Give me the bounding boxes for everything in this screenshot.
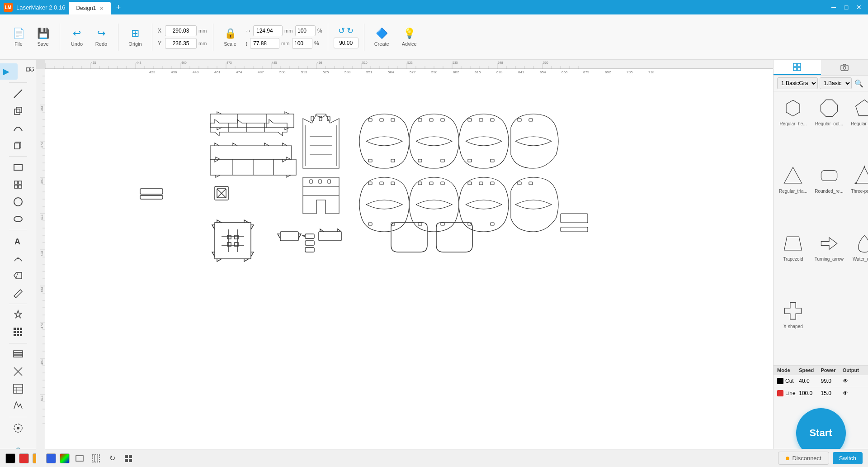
eraser-tool[interactable] bbox=[7, 267, 29, 284]
svg-text:473: 473 bbox=[40, 323, 43, 329]
select-tool[interactable]: ▶ bbox=[0, 63, 18, 80]
canvas-container[interactable]: 435448460473485498510523535548560 353373… bbox=[36, 60, 773, 467]
svg-point-263 bbox=[843, 67, 846, 69]
shape-water-drop[interactable]: Water_drop bbox=[849, 230, 868, 294]
camera-tab[interactable] bbox=[821, 60, 868, 75]
shapes-subcategory-dropdown[interactable]: 1.Basic bbox=[820, 77, 852, 89]
pencil-tool[interactable] bbox=[7, 285, 29, 301]
path-tool[interactable] bbox=[7, 398, 29, 414]
shape-three-point[interactable]: Three-point... bbox=[849, 162, 868, 226]
app-title: LaserMaker 2.0.16 bbox=[16, 4, 65, 11]
add-tab-button[interactable]: + bbox=[116, 3, 121, 12]
divider-6 bbox=[364, 24, 364, 51]
svg-rect-223 bbox=[491, 159, 494, 162]
create-button[interactable]: 🔷 Create bbox=[370, 25, 394, 49]
origin-button[interactable]: ⊞ Origin bbox=[124, 25, 146, 49]
scale-button[interactable]: 🔒 Scale bbox=[219, 25, 241, 49]
copy-tool[interactable] bbox=[7, 137, 29, 153]
height-input[interactable] bbox=[250, 38, 279, 49]
shape-regular-hexagon[interactable]: Regular_he... bbox=[777, 95, 809, 159]
color-swatch-blue[interactable] bbox=[46, 453, 56, 463]
spinner-tool[interactable] bbox=[7, 420, 29, 436]
svg-rect-209 bbox=[368, 119, 372, 121]
maximize-button[interactable]: □ bbox=[841, 3, 852, 12]
undo-redo-group: ↩ Undo ↪ Redo bbox=[66, 25, 113, 49]
redo-button[interactable]: ↪ Redo bbox=[90, 25, 113, 49]
x-input[interactable] bbox=[165, 25, 197, 36]
minimize-button[interactable]: ─ bbox=[828, 3, 839, 12]
svg-text:577: 577 bbox=[410, 70, 416, 74]
bottom-refresh-tool[interactable]: ↻ bbox=[106, 452, 118, 465]
line-tool[interactable] bbox=[7, 86, 29, 102]
sidebar-div-6 bbox=[9, 417, 27, 417]
active-tab[interactable]: Design1 × bbox=[69, 2, 110, 14]
shape-regular-octagon[interactable]: Regular_oct... bbox=[813, 95, 845, 159]
svg-text:448: 448 bbox=[136, 61, 142, 64]
shape-turning-arrow[interactable]: Turning_arrow bbox=[813, 230, 845, 294]
undo-button[interactable]: ↩ Undo bbox=[66, 25, 88, 49]
shape-regular-triangle[interactable]: Regular_tria... bbox=[777, 162, 809, 226]
svg-text:548: 548 bbox=[498, 61, 503, 64]
rotate-cw-button[interactable]: ↻ bbox=[347, 26, 354, 36]
svg-rect-208 bbox=[328, 180, 330, 183]
array-tool[interactable] bbox=[7, 324, 29, 340]
svg-rect-10 bbox=[19, 185, 22, 188]
cut-tool[interactable] bbox=[7, 363, 29, 380]
shapes-search-button[interactable]: 🔍 bbox=[854, 78, 864, 89]
table-tool[interactable] bbox=[7, 381, 29, 397]
y-label: Y bbox=[158, 40, 163, 47]
design-canvas[interactable]: 423 436 449 461 474 487 500 513 525 538 … bbox=[45, 69, 773, 467]
color-swatch-black[interactable] bbox=[5, 453, 15, 463]
color-swatch-red[interactable] bbox=[19, 453, 29, 463]
circle-tool[interactable] bbox=[7, 194, 29, 210]
svg-rect-221 bbox=[491, 119, 494, 121]
switch-button[interactable]: Switch bbox=[833, 452, 863, 464]
svg-text:500: 500 bbox=[279, 70, 286, 74]
save-label: Save bbox=[37, 41, 48, 47]
svg-rect-252 bbox=[235, 243, 238, 246]
shape-rounded-rectangle[interactable]: Rounded_re... bbox=[813, 162, 845, 226]
save-button[interactable]: 💾 Save bbox=[32, 25, 54, 49]
svg-rect-26 bbox=[20, 334, 22, 336]
close-button[interactable]: ✕ bbox=[854, 3, 864, 12]
svg-rect-227 bbox=[380, 182, 383, 185]
rect-tool[interactable] bbox=[7, 159, 29, 176]
layers-tool[interactable] bbox=[7, 346, 29, 362]
color-swatch-gradient[interactable] bbox=[60, 453, 70, 463]
shape-trapezoid[interactable]: Trapezoid bbox=[777, 230, 809, 294]
rotate-input[interactable] bbox=[334, 38, 359, 48]
paint-tool[interactable] bbox=[7, 307, 29, 323]
bottom-grid-tool[interactable] bbox=[122, 452, 135, 465]
text-arc-tool[interactable]: A bbox=[7, 250, 29, 267]
scale-label: Scale bbox=[224, 41, 236, 47]
file-group: 📄 File 💾 Save bbox=[7, 25, 54, 49]
cut-power: 99.0 bbox=[821, 378, 843, 384]
shape-regular-pentagon[interactable]: Regular_pe... bbox=[849, 95, 868, 159]
grid-tool[interactable] bbox=[7, 176, 29, 193]
width-input[interactable] bbox=[253, 25, 283, 36]
y-input[interactable] bbox=[165, 38, 197, 49]
line-output[interactable]: 👁 bbox=[843, 390, 864, 396]
shape-x-shaped[interactable]: X-shaped bbox=[777, 298, 809, 362]
scale-icon: 🔒 bbox=[224, 28, 236, 39]
file-button[interactable]: 📄 File bbox=[7, 25, 30, 49]
svg-rect-236 bbox=[468, 182, 472, 185]
curve-tool[interactable] bbox=[7, 120, 29, 136]
advice-button[interactable]: 💡 Advice bbox=[397, 25, 421, 49]
disconnect-button[interactable]: Disconnect bbox=[778, 452, 829, 465]
shapes-category-dropdown[interactable]: 1.BasicGra bbox=[777, 77, 818, 89]
svg-text:654: 654 bbox=[540, 70, 546, 74]
bottom-rect-tool[interactable] bbox=[73, 452, 86, 465]
bottom-select-tool[interactable] bbox=[90, 452, 102, 465]
ellipse-tool[interactable] bbox=[7, 211, 29, 227]
svg-rect-215 bbox=[429, 119, 433, 121]
width-pct-input[interactable] bbox=[295, 25, 316, 36]
cut-output[interactable]: 👁 bbox=[843, 378, 864, 384]
shapes-tab[interactable] bbox=[774, 60, 821, 75]
text-tool[interactable]: A bbox=[7, 233, 29, 249]
close-tab-button[interactable]: × bbox=[99, 5, 103, 12]
line-power: 15.0 bbox=[821, 390, 843, 396]
duplicate-tool[interactable] bbox=[7, 103, 29, 119]
height-pct-input[interactable] bbox=[292, 38, 312, 49]
rotate-ccw-button[interactable]: ↺ bbox=[338, 26, 345, 36]
